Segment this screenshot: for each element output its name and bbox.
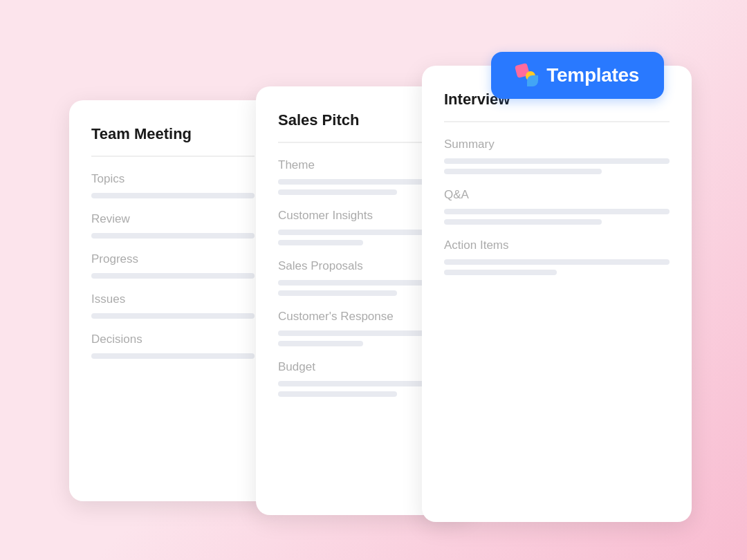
templates-button-label: Templates bbox=[546, 64, 639, 86]
decisions-bar-1 bbox=[91, 353, 255, 359]
interview-card: Interview Summary Q&A Action Items bbox=[422, 66, 692, 522]
summary-section: Summary bbox=[444, 138, 670, 174]
qa-bar-1 bbox=[444, 209, 670, 214]
team-meeting-card: Team Meeting Topics Review Progress Issu… bbox=[69, 100, 277, 501]
qa-bar-2 bbox=[444, 219, 602, 225]
sales-proposals-bar-2 bbox=[278, 290, 397, 296]
qa-label: Q&A bbox=[444, 188, 670, 202]
issues-section: Issues bbox=[91, 292, 255, 319]
issues-label: Issues bbox=[91, 292, 255, 306]
review-label: Review bbox=[91, 212, 255, 226]
summary-label: Summary bbox=[444, 138, 670, 151]
customers-response-bar-2 bbox=[278, 341, 363, 346]
topics-bar-1 bbox=[91, 193, 255, 198]
theme-bar-2 bbox=[278, 189, 397, 195]
team-meeting-divider bbox=[91, 156, 255, 157]
budget-bar-2 bbox=[278, 391, 397, 397]
decisions-section: Decisions bbox=[91, 333, 255, 359]
topics-label: Topics bbox=[91, 172, 255, 186]
review-section: Review bbox=[91, 212, 255, 239]
qa-section: Q&A bbox=[444, 188, 670, 225]
action-items-bar-1 bbox=[444, 259, 670, 265]
progress-section: Progress bbox=[91, 252, 255, 279]
issues-bar-1 bbox=[91, 313, 255, 319]
summary-bar-2 bbox=[444, 169, 602, 174]
action-items-bar-2 bbox=[444, 270, 557, 275]
scene: Templates Team Meeting Topics Review Pro… bbox=[42, 31, 706, 529]
topics-section: Topics bbox=[91, 172, 255, 198]
summary-bar-1 bbox=[444, 158, 670, 164]
customer-insights-bar-2 bbox=[278, 240, 363, 245]
team-meeting-title: Team Meeting bbox=[91, 125, 255, 143]
interview-divider bbox=[444, 121, 670, 122]
review-bar-1 bbox=[91, 233, 255, 239]
action-items-label: Action Items bbox=[444, 239, 670, 252]
progress-bar-1 bbox=[91, 273, 255, 279]
progress-label: Progress bbox=[91, 252, 255, 266]
templates-icon bbox=[516, 64, 538, 86]
templates-button[interactable]: Templates bbox=[491, 52, 664, 99]
decisions-label: Decisions bbox=[91, 333, 255, 346]
action-items-section: Action Items bbox=[444, 239, 670, 275]
